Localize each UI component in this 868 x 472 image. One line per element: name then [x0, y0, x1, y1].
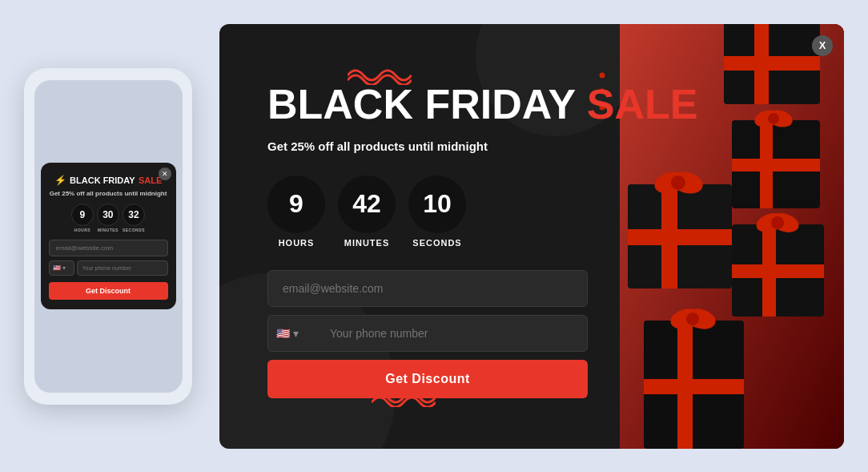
modal-minutes-block: 42 MINUTES: [338, 175, 396, 248]
phone-hours-block: 9 HOURS: [71, 204, 94, 232]
phone-close-button[interactable]: ✕: [159, 167, 171, 180]
phone-seconds-block: 32 SECONDS: [123, 204, 145, 232]
modal-seconds-label: SECONDS: [412, 238, 461, 248]
phone-lightning-icon: ⚡: [54, 175, 66, 186]
modal-timer: 9 HOURS 42 MINUTES 10 SECONDS: [267, 175, 804, 248]
modal-flag: 🇺🇸: [276, 327, 290, 340]
modal-cta-button[interactable]: Get Discount: [267, 360, 588, 398]
modal-flag-chevron: ▾: [293, 327, 299, 340]
modal-phone-row: 🇺🇸 ▾: [267, 315, 588, 352]
phone-minutes-label: MINUTES: [98, 228, 119, 232]
modal-left-panel: BLACK FRIDAY SALE Get 25% off all produc…: [219, 24, 844, 449]
modal-hours-label: HOURS: [279, 238, 315, 248]
phone-cta-button[interactable]: Get Discount: [49, 282, 168, 300]
phone-phone-row: 🇺🇸 ▾: [49, 260, 168, 276]
phone-hours-label: HOURS: [74, 228, 91, 232]
phone-inner: ✕ ⚡ BLACK FRIDAY SALE Get 25% off all pr…: [34, 80, 183, 393]
modal-title: BLACK FRIDAY SALE: [267, 82, 804, 127]
modal-close-button[interactable]: X: [812, 35, 833, 56]
modal-seconds-block: 10 SECONDS: [408, 175, 466, 248]
phone-timer: 9 HOURS 30 MINUTES 32 SECONDS: [49, 204, 168, 232]
phone-popup: ✕ ⚡ BLACK FRIDAY SALE Get 25% off all pr…: [41, 163, 176, 309]
modal-flag-select[interactable]: 🇺🇸 ▾: [267, 315, 315, 352]
phone-email-input[interactable]: [49, 240, 168, 256]
main-modal: X BLACK FRIDAY SALE Get 25% off all prod…: [219, 24, 844, 449]
modal-phone-input[interactable]: [315, 315, 588, 352]
phone-flag-select[interactable]: 🇺🇸 ▾: [49, 260, 74, 276]
phone-phone-input[interactable]: [77, 260, 168, 276]
modal-minutes-label: MINUTES: [344, 238, 390, 248]
modal-minutes-value: 42: [338, 175, 396, 233]
phone-preview-container: ✕ ⚡ BLACK FRIDAY SALE Get 25% off all pr…: [24, 68, 192, 405]
modal-hours-block: 9 HOURS: [267, 175, 325, 248]
phone-seconds-label: SECONDS: [123, 228, 145, 232]
modal-title-black: BLACK FRIDAY: [267, 81, 575, 127]
phone-flag: 🇺🇸: [53, 264, 61, 272]
phone-popup-title: ⚡ BLACK FRIDAY SALE: [49, 172, 168, 187]
phone-title-black: BLACK FRIDAY: [70, 175, 135, 185]
modal-title-sale: SALE: [587, 81, 698, 127]
phone-flag-chevron: ▾: [62, 264, 66, 272]
modal-form: 🇺🇸 ▾ Get Discount: [267, 270, 588, 398]
phone-hours-value: 9: [71, 204, 94, 226]
modal-hours-value: 9: [267, 175, 325, 233]
phone-minutes-value: 30: [97, 204, 119, 226]
modal-seconds-value: 10: [408, 175, 466, 233]
phone-minutes-block: 30 MINUTES: [97, 204, 119, 232]
phone-popup-subtitle: Get 25% off all products until midnight: [49, 190, 168, 197]
modal-subtitle: Get 25% off all products until midnight: [267, 139, 804, 153]
modal-email-input[interactable]: [267, 270, 588, 307]
phone-seconds-value: 32: [123, 204, 145, 226]
